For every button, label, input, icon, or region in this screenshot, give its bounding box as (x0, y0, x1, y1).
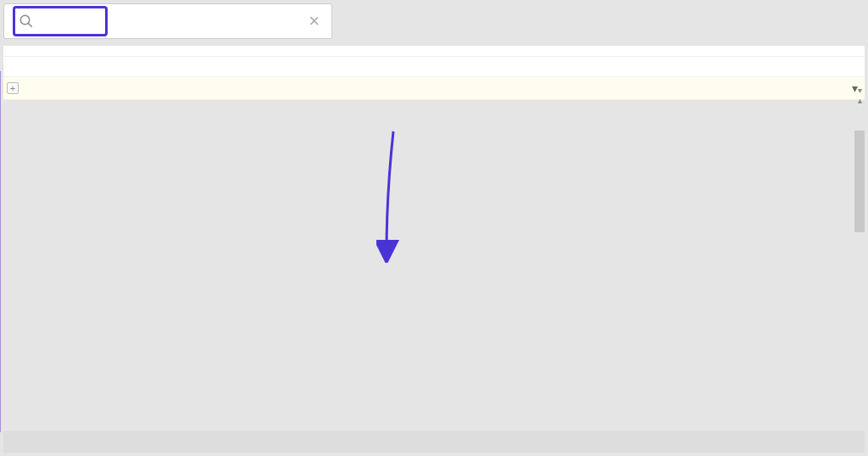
annotation-arrow (376, 127, 410, 263)
expand-icon[interactable]: + (7, 82, 19, 94)
search-icon (19, 14, 34, 29)
svg-line-1 (28, 23, 32, 27)
page-title (3, 46, 865, 57)
clear-search-icon[interactable]: × (305, 10, 323, 32)
scroll-thumb[interactable] (854, 131, 865, 232)
search-icon-box (13, 6, 108, 36)
search-bar[interactable]: × (3, 3, 332, 39)
table-header (3, 57, 865, 77)
search-input[interactable] (36, 12, 102, 31)
selected-request-row[interactable]: + ▾ (3, 77, 865, 100)
summary-bar (3, 431, 865, 453)
waterfall-panel: + ▾ ▴ ▾ (3, 46, 865, 100)
scroll-down-icon[interactable]: ▾ (854, 86, 865, 97)
svg-point-0 (20, 15, 30, 25)
scroll-up-icon[interactable]: ▴ (854, 97, 865, 107)
end-line (0, 71, 1, 432)
